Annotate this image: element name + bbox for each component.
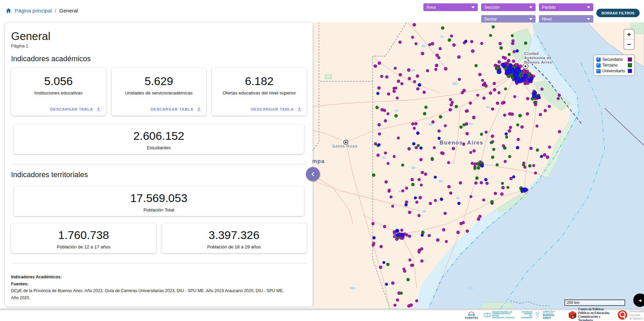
map-point-terciario[interactable] xyxy=(372,173,375,176)
map-point-secundario[interactable] xyxy=(413,23,416,26)
map-point-secundario[interactable] xyxy=(494,64,497,67)
map-point-universitario[interactable] xyxy=(512,175,515,178)
map-point-secundario[interactable] xyxy=(449,192,452,194)
map-point-secundario[interactable] xyxy=(419,196,422,199)
map-point-secundario[interactable] xyxy=(477,218,480,221)
map-point-secundario[interactable] xyxy=(388,189,390,191)
map-point-secundario[interactable] xyxy=(374,143,377,145)
map-point-terciario[interactable] xyxy=(460,126,462,128)
map-point-terciario[interactable] xyxy=(395,114,398,117)
map-point-universitario[interactable] xyxy=(396,233,400,237)
map-point-secundario[interactable] xyxy=(478,215,481,218)
map-point-secundario[interactable] xyxy=(429,202,432,205)
filter-partido[interactable]: Partido xyxy=(539,3,593,11)
map-point-secundario[interactable] xyxy=(463,89,466,92)
map-point-terciario[interactable] xyxy=(491,200,494,203)
map-point-universitario[interactable] xyxy=(464,40,467,43)
map-point-terciario[interactable] xyxy=(507,75,510,78)
map-point-secundario[interactable] xyxy=(392,205,394,207)
map-point-secundario[interactable] xyxy=(511,42,514,45)
map-point-secundario[interactable] xyxy=(471,162,474,165)
map-point-secundario[interactable] xyxy=(449,108,452,111)
map-point-terciario[interactable] xyxy=(528,164,532,167)
map-point-universitario[interactable] xyxy=(516,146,519,149)
map-point-secundario[interactable] xyxy=(475,182,477,184)
map-point-secundario[interactable] xyxy=(484,82,486,85)
map-point-secundario[interactable] xyxy=(401,82,403,85)
map-point-secundario[interactable] xyxy=(408,235,411,238)
map-point-secundario[interactable] xyxy=(418,251,420,253)
map-point-secundario[interactable] xyxy=(521,126,523,128)
map-point-terciario[interactable] xyxy=(417,144,419,147)
map-point-secundario[interactable] xyxy=(526,97,529,100)
map-point-secundario[interactable] xyxy=(499,42,502,45)
map-point-secundario[interactable] xyxy=(493,88,496,91)
map-point-secundario[interactable] xyxy=(558,130,561,133)
map-point-secundario[interactable] xyxy=(530,147,532,150)
map-point-terciario[interactable] xyxy=(511,34,513,37)
map-point-secundario[interactable] xyxy=(411,123,414,125)
map-point-secundario[interactable] xyxy=(445,240,448,243)
zoom-in-button[interactable]: + xyxy=(624,30,634,39)
filter-area[interactable]: Área xyxy=(423,3,478,11)
map-point-secundario[interactable] xyxy=(420,184,422,186)
map-point-terciario[interactable] xyxy=(505,136,508,138)
map-point-secundario[interactable] xyxy=(421,259,423,262)
map-point-universitario[interactable] xyxy=(378,144,380,146)
map-point-terciario[interactable] xyxy=(441,27,444,30)
map-point-secundario[interactable] xyxy=(452,147,455,150)
map-point-secundario[interactable] xyxy=(424,173,427,175)
map-point-secundario[interactable] xyxy=(387,113,389,115)
map-point-secundario[interactable] xyxy=(397,137,400,139)
map-point-secundario[interactable] xyxy=(415,122,417,125)
map-point-terciario[interactable] xyxy=(402,164,404,166)
map-point-universitario[interactable] xyxy=(405,203,407,206)
accessibility-widget-button[interactable]: ◄ xyxy=(633,293,644,307)
map-point-terciario[interactable] xyxy=(400,292,403,294)
map-point-secundario[interactable] xyxy=(517,138,519,141)
map-point-terciario[interactable] xyxy=(474,167,476,170)
map-point-terciario[interactable] xyxy=(407,278,410,281)
map-point-terciario[interactable] xyxy=(448,39,451,42)
map-point-secundario[interactable] xyxy=(421,52,424,55)
filter-nivel[interactable]: Nivel xyxy=(539,15,593,23)
map-point-terciario[interactable] xyxy=(535,101,537,104)
map-point-universitario[interactable] xyxy=(414,197,417,199)
map-point-secundario[interactable] xyxy=(482,199,485,201)
map-point-secundario[interactable] xyxy=(405,201,408,203)
filter-sector[interactable]: Sector xyxy=(481,15,536,23)
map-point-terciario[interactable] xyxy=(507,186,509,189)
map-point-secundario[interactable] xyxy=(415,299,418,302)
map-point-secundario[interactable] xyxy=(434,199,436,202)
map-point-secundario[interactable] xyxy=(470,40,473,43)
map-point-secundario[interactable] xyxy=(509,126,512,129)
map-point-secundario[interactable] xyxy=(503,114,506,117)
map-point-secundario[interactable] xyxy=(379,266,382,269)
map-point-secundario[interactable] xyxy=(385,180,387,183)
map-point-terciario[interactable] xyxy=(439,115,442,118)
map-point-terciario[interactable] xyxy=(493,148,495,151)
download-table-button[interactable]: DESCARGAR TABLA xyxy=(146,107,206,116)
map-point-terciario[interactable] xyxy=(492,26,495,28)
map-point-secundario[interactable] xyxy=(397,80,400,83)
clear-filters-button[interactable]: BORRAR FILTROS xyxy=(596,9,640,17)
map-point-secundario[interactable] xyxy=(377,86,380,89)
map-point-secundario[interactable] xyxy=(411,36,414,38)
map-point-universitario[interactable] xyxy=(418,83,421,86)
map-point-secundario[interactable] xyxy=(387,93,390,95)
map-point-secundario[interactable] xyxy=(404,270,406,273)
map-point-universitario[interactable] xyxy=(530,77,533,81)
map-point-terciario[interactable] xyxy=(423,112,426,115)
map-point-secundario[interactable] xyxy=(396,97,399,99)
map-point-secundario[interactable] xyxy=(513,50,516,53)
map-point-secundario[interactable] xyxy=(480,182,482,184)
map-point-secundario[interactable] xyxy=(399,41,401,44)
map-point-secundario[interactable] xyxy=(474,163,476,165)
map-point-secundario[interactable] xyxy=(411,178,414,181)
map-point-universitario[interactable] xyxy=(523,74,528,78)
map-point-terciario[interactable] xyxy=(508,155,511,158)
map-point-secundario[interactable] xyxy=(420,247,423,250)
map-point-secundario[interactable] xyxy=(435,64,438,67)
map-point-secundario[interactable] xyxy=(534,172,537,174)
map-point-secundario[interactable] xyxy=(457,231,460,234)
